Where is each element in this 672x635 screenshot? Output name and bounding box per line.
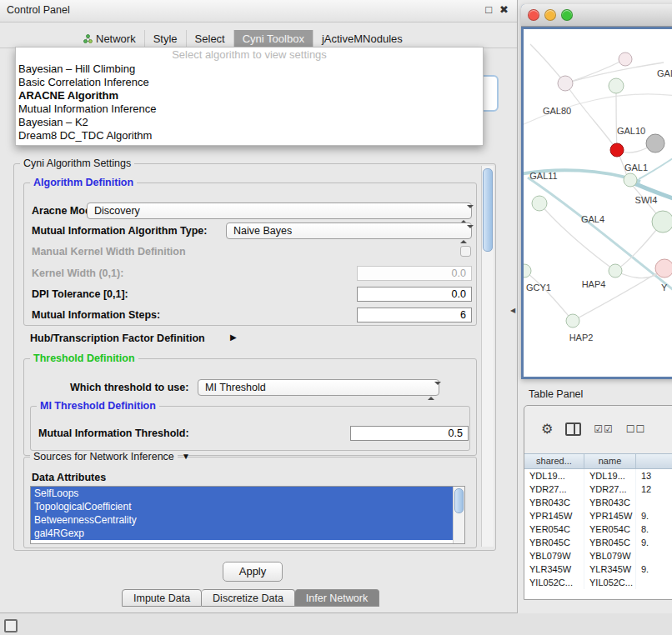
tab-select[interactable]: Select [186,30,233,48]
settings-scrollbar-thumb[interactable] [483,168,493,252]
network-canvas[interactable]: GALGAL80GAL10GAL11GAL1SWI4GAL4GCY1HAP4HA… [524,29,672,377]
tab-label: jActiveMNodules [322,30,403,48]
close-window-icon[interactable]: ✖ [499,3,509,16]
table-row[interactable]: YDL19...YDL19...13 [524,469,672,482]
select-checked-icon[interactable]: ☑☑ [594,423,614,435]
network-edge[interactable] [565,83,617,150]
network-edge[interactable] [616,86,617,150]
network-node[interactable] [610,143,624,157]
mi-threshold-input[interactable]: 0.5 [350,426,469,441]
network-node[interactable] [558,76,573,91]
network-node[interactable] [532,196,547,211]
table-row[interactable]: YBL079WYBL079W [524,549,672,562]
table-cell: YPR145W [584,509,636,522]
minimize-traffic-light[interactable] [544,9,556,21]
manual-kernel-checkbox[interactable] [460,246,471,257]
algorithm-option[interactable]: Mutual Information Inference [16,102,483,116]
table-row[interactable]: YBR043CYBR043C [524,496,672,509]
mi-type-select[interactable]: Naive Bayes [226,222,472,239]
network-node[interactable] [652,211,672,232]
network-node[interactable] [655,259,672,278]
data-attribute-item[interactable]: gal4RGexp [31,527,453,540]
attributes-scrollbar[interactable] [453,487,464,543]
tab-cyni-toolbox[interactable]: Cyni Toolbox [233,30,313,48]
network-node[interactable] [609,78,624,93]
zoom-traffic-light[interactable] [561,9,573,21]
table-cell: YDL19... [524,469,584,482]
apply-button[interactable]: Apply [223,562,283,582]
table-column-header[interactable] [636,454,672,468]
dpi-tolerance-input[interactable]: 0.0 [357,287,472,302]
splitter-collapse-arrow[interactable]: ◀ [510,307,515,314]
table-row[interactable]: YDR27...YDR27...12 [524,482,672,496]
table-cell: YPR145W [524,509,584,522]
network-node[interactable] [624,173,637,187]
bottom-tab-discretize-data[interactable]: Discretize Data [202,589,295,607]
network-node[interactable] [609,264,622,278]
data-attributes-label: Data Attributes [32,472,106,483]
gear-icon[interactable]: ⚙ [541,422,553,436]
network-node[interactable] [566,314,579,328]
control-panel-title: Control Panel [7,4,70,16]
network-edge[interactable] [524,271,573,321]
algorithm-option[interactable]: Bayesian – Hill Climbing [16,62,483,76]
table-cell: YER054C [524,522,584,536]
algorithm-option[interactable]: Basic Correlation Inference [16,76,483,89]
tab-style[interactable]: Style [144,30,186,48]
desktop: Control Panel □ ✖ NetworkStyleSelectCyni… [0,0,672,635]
attributes-scrollbar-thumb[interactable] [454,488,464,513]
algorithm-option[interactable]: Dream8 DC_TDC Algorithm [16,129,483,142]
network-node-label: GCY1 [526,282,551,292]
settings-scrollbar[interactable] [481,166,494,547]
network-tab-icon [83,34,93,43]
algorithm-option[interactable]: ARACNE Algorithm [16,89,483,102]
table-cell: YDR27... [584,482,636,496]
network-graph[interactable]: GALGAL80GAL10GAL11GAL1SWI4GAL4GCY1HAP4HA… [524,29,672,377]
expand-down-icon[interactable]: ▼ [182,452,190,461]
table-cell: YLR345W [584,562,636,576]
network-node-label: Y [661,282,668,292]
table-column-header[interactable]: shared... [524,454,584,468]
select-unchecked-icon[interactable]: ☐☐ [626,423,646,435]
dpi-tolerance-label: DPI Tolerance [0,1]: [32,288,128,300]
table-cell: YBR043C [524,496,584,509]
table-body: YDL19...YDL19...13YDR27...YDR27...12YBR0… [524,469,672,589]
table-row[interactable]: YIL052C...YIL052C... [524,576,672,589]
table-row[interactable]: YBR045CYBR045C9. [524,536,672,549]
network-node[interactable] [646,134,664,152]
tab-label: Select [195,30,225,48]
table-row[interactable]: YPR145WYPR145W9. [524,509,672,522]
tab-network[interactable]: Network [75,30,144,48]
aracne-mode-select[interactable]: Discovery [87,202,472,219]
kernel-width-input[interactable]: 0.0 [357,266,472,281]
network-node-label: HAP2 [569,332,594,342]
table-cell: YDL19... [584,469,636,482]
table-cell: 8. [636,522,672,536]
table-row[interactable]: YLR345WYLR345W9. [524,562,672,576]
which-threshold-select[interactable]: MI Threshold [198,379,439,396]
minimized-panel-icon[interactable] [4,619,18,632]
sources-title[interactable]: Sources for Network Inference [30,451,178,462]
table-cell: 9. [636,562,672,576]
algorithm-placeholder: Select algorithm to view settings [16,48,483,62]
mi-steps-label: Mutual Information Steps: [32,309,160,321]
data-attribute-item[interactable]: SelfLoops [31,487,453,500]
mi-steps-input[interactable]: 6 [357,308,472,322]
table-cell: YBR043C [584,496,636,509]
table-column-header[interactable]: name [584,454,636,468]
table-panel: ⚙ ☑☑ ☐☐ shared...name YDL19...YDL19...13… [524,405,672,600]
float-window-icon[interactable]: □ [485,3,492,16]
bottom-tab-infer-network[interactable]: Infer Network [295,589,379,607]
algorithm-option[interactable]: Bayesian – K2 [16,116,483,129]
network-node[interactable] [619,52,632,66]
tab-jactivemnodules[interactable]: jActiveMNodules [313,30,411,48]
data-attribute-item[interactable]: BetweennessCentrality [31,513,453,527]
close-traffic-light[interactable] [528,9,539,21]
table-row[interactable]: YER054CYER054C8. [524,522,672,536]
hub-section-label[interactable]: Hub/Transcription Factor Definition [30,332,205,344]
data-attribute-item[interactable]: TopologicalCoefficient [31,500,453,513]
mi-threshold-title: MI Threshold Definition [37,400,159,412]
collapse-right-icon[interactable]: ▶ [230,332,237,342]
columns-icon[interactable] [565,422,581,436]
bottom-tab-impute-data[interactable]: Impute Data [122,589,202,607]
